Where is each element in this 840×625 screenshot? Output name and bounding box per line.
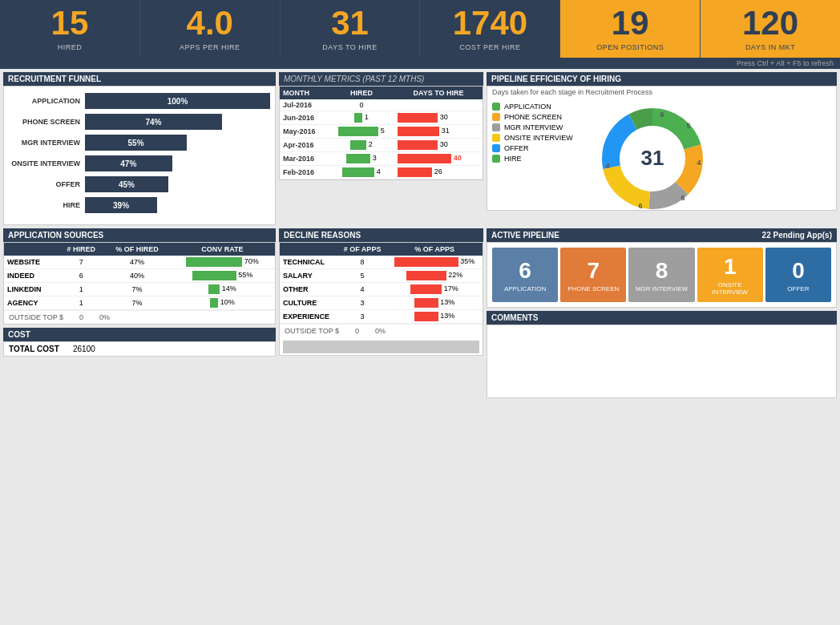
days-cell: 31: [394, 125, 483, 139]
monthly-subtitle: (Past 12 mths): [362, 75, 424, 83]
funnel-label-offer: OFFER: [9, 180, 85, 188]
stage-offer: 0 OFFER: [765, 248, 831, 302]
active-pipeline-pending: 22 Pending App(s): [762, 231, 832, 240]
funnel-row-hire: HIRE 39%: [9, 197, 270, 213]
pipeline-subtitle: Days taken for each stage in Recruitment…: [487, 87, 836, 99]
stage-onsite-interview-number: 1: [724, 254, 737, 280]
hired-cell: 4: [329, 166, 394, 179]
hired-cell: 5: [329, 125, 394, 139]
table-row: TECHNICAL 8 35%: [280, 256, 483, 269]
col-source: [4, 243, 58, 256]
reason-cell: OTHER: [280, 283, 338, 296]
legend-dot-hire: [492, 155, 500, 163]
stage-mgr-interview: 8 MGR INTERVIEW: [628, 248, 694, 302]
pct-cell: 47%: [104, 256, 170, 269]
funnel-label-mgr-interview: MGR INTERVIEW: [9, 139, 85, 147]
funnel-bar-application: 100%: [85, 93, 270, 109]
open-positions-number: 19: [612, 6, 649, 40]
recruitment-funnel-section: RECRUITMENT FUNNEL APPLICATION 100% PHON…: [3, 72, 276, 225]
funnel-bar-container-phone-screen: 74%: [85, 114, 270, 130]
table-row: Jul-2016 0: [280, 99, 483, 111]
days-bar: [398, 127, 439, 136]
col-hired: # HIRED: [58, 243, 104, 256]
days-in-mkt-number: 120: [742, 6, 798, 40]
reason-cell: CULTURE: [280, 296, 338, 310]
funnel-row-mgr-interview: MGR INTERVIEW 55%: [9, 135, 270, 151]
funnel-row-phone-screen: PHONE SCREEN 74%: [9, 114, 270, 130]
legend-label-offer: OFFER: [504, 144, 529, 152]
donut-center-value: 31: [641, 146, 664, 170]
stage-mgr-interview-number: 8: [656, 258, 668, 284]
funnel-bar-container-hire: 39%: [85, 197, 270, 213]
decline-outside-apps: 0: [355, 327, 359, 335]
hired-label: HIRED: [58, 43, 83, 51]
days-cell: 40: [394, 152, 483, 166]
legend-label-onsite-interview: ONSITE INTERVIEW: [504, 134, 573, 142]
col-pct-hired: % OF HIRED: [104, 243, 170, 256]
comments-area[interactable]: [487, 325, 836, 397]
total-cost-row: TOTAL COST 26100: [4, 342, 275, 356]
conv-bar: [208, 284, 220, 294]
metric-hired: 15 HIRED: [0, 0, 140, 58]
table-row: WEBSITE 7 47% 70%: [4, 256, 275, 269]
pct-cell: 17%: [386, 283, 483, 296]
stage-onsite-interview: 1 ONSITEINTERVIEW: [697, 248, 763, 302]
legend-onsite-interview: ONSITE INTERVIEW: [492, 134, 596, 142]
table-row: SALARY 5 22%: [280, 269, 483, 283]
apps-cell: 5: [338, 269, 386, 283]
decline-bar: [414, 298, 438, 308]
decline-table: # OF APPS % OF APPS TECHNICAL 8 35% SALA…: [280, 243, 483, 324]
source-cell: INDEED: [4, 269, 58, 283]
segment-label-6a: 6: [660, 111, 664, 119]
days-bar: [398, 167, 432, 177]
legend-dot-application: [492, 103, 500, 111]
metric-cost-per-hire: 1740 COST PER HIRE: [420, 0, 560, 58]
sources-outside-label: OUTSIDE TOP $: [9, 313, 63, 321]
decline-bar: [414, 312, 438, 321]
funnel-bar-offer: 45%: [85, 176, 168, 192]
hired-cell: 1: [58, 283, 104, 296]
funnel-row-onsite-interview: ONSITE INTERVIEW 47%: [9, 155, 270, 171]
metric-days-in-mkt: 120 DAYS IN MKT: [701, 0, 840, 58]
monthly-body: MONTH HIRED DAYS TO HIRE Jul-2016 0 Jun-…: [279, 86, 483, 180]
days-bar: [398, 113, 438, 123]
comments-body: [487, 325, 837, 398]
table-row: INDEED 6 40% 55%: [4, 269, 275, 283]
days-cell: 30: [394, 111, 483, 125]
table-row: Feb-2016 4 26: [280, 166, 483, 179]
hired-bar: [342, 167, 374, 177]
conv-bar: [192, 271, 236, 280]
table-row: LINKEDIN 1 7% 14%: [4, 283, 275, 296]
days-in-mkt-label: DAYS IN MKT: [745, 43, 795, 51]
reason-cell: SALARY: [280, 269, 338, 283]
stage-offer-number: 0: [792, 258, 805, 284]
funnel-bar-container-onsite-interview: 47%: [85, 155, 270, 171]
hired-cell: 1: [58, 296, 104, 310]
conv-cell: 55%: [170, 269, 275, 283]
decline-bar: [406, 271, 446, 280]
donut-svg: 31 6 5 4 6 6 4: [596, 103, 709, 215]
decline-bar: [394, 257, 458, 267]
sources-box: APPLICATION SOURCES # HIRED % OF HIRED C…: [3, 228, 276, 325]
funnel-label-hire: HIRE: [9, 201, 85, 209]
col-hired: HIRED: [329, 87, 394, 99]
segment-label-4a: 4: [697, 159, 701, 167]
decline-bar: [410, 284, 442, 294]
pct-cell: 13%: [386, 310, 483, 324]
decline-header: DECLINE REASONS: [279, 228, 483, 242]
apps-cell: 3: [338, 310, 386, 324]
cost-per-hire-number: 1740: [453, 6, 527, 40]
sources-outside-hired: 0: [79, 313, 83, 321]
sources-outside-row: OUTSIDE TOP $ 0 0%: [4, 310, 275, 324]
days-cell: 26: [394, 166, 483, 179]
funnel-label-phone-screen: PHONE SCREEN: [9, 118, 85, 126]
application-sources-section: APPLICATION SOURCES # HIRED % OF HIRED C…: [3, 228, 276, 398]
month-cell: May-2016: [280, 125, 329, 139]
month-cell: Jul-2016: [280, 99, 329, 111]
conv-cell: 70%: [170, 256, 275, 269]
legend-label-hire: HIRE: [504, 155, 522, 163]
month-cell: Jun-2016: [280, 111, 329, 125]
hired-cell: 6: [58, 269, 104, 283]
table-row: EXPERIENCE 3 13%: [280, 310, 483, 324]
apps-cell: 3: [338, 296, 386, 310]
